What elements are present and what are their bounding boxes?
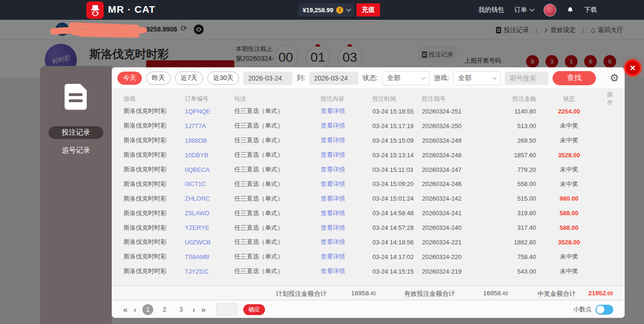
cell-period: 20260324-251 <box>422 108 484 115</box>
filter-today[interactable]: 今天 <box>117 72 142 85</box>
date-to-input[interactable] <box>309 72 358 85</box>
filter-last7days[interactable]: 近7天 <box>175 72 203 85</box>
filter-last30days[interactable]: 近30天 <box>207 72 239 85</box>
cell-detail-link[interactable]: 查看详情 <box>321 224 372 232</box>
cell-detail-link[interactable]: 查看详情 <box>321 136 372 145</box>
cell-game: 斯洛伐克时时彩 <box>124 151 185 159</box>
search-button[interactable]: 查找 <box>553 71 596 85</box>
cell-play: 任三直选（单式） <box>234 267 321 275</box>
records-document-icon <box>65 84 87 110</box>
cell-play: 任三直选（单式） <box>234 107 321 115</box>
cell-game: 斯洛伐克时时彩 <box>124 136 185 145</box>
next-page-button[interactable]: › <box>192 306 195 314</box>
nav-orders[interactable]: 订单 <box>514 6 533 14</box>
cell-detail-link[interactable]: 查看详情 <box>321 151 372 159</box>
last-page-button[interactable]: » <box>201 306 206 314</box>
cell-amount: 1140.80 <box>484 108 536 115</box>
cell-play: 任三直选（单式） <box>234 122 321 130</box>
page-jump-input[interactable] <box>216 303 237 316</box>
page-number-1[interactable]: 1 <box>142 304 153 315</box>
cell-detail-link[interactable]: 查看详情 <box>321 252 372 261</box>
cell-amount: 515.00 <box>484 195 536 202</box>
cell-detail-link[interactable]: 查看详情 <box>321 122 372 130</box>
col-time: 投注时间 <box>372 95 422 103</box>
table-body: 斯洛伐克时时彩1QPNQE任三直选（单式）查看详情03-24 15:18:552… <box>112 104 625 279</box>
cell-amount: 758.40 <box>484 253 536 260</box>
cell-period: 20260324-247 <box>422 166 484 173</box>
bet-records-modal: 今天 昨天 近7天 近30天 到: 状态: 全部 游戏: 全部 查找 ⚙ 游戏 … <box>112 67 625 318</box>
col-period: 投注期号 <box>422 95 484 103</box>
period-search-input[interactable] <box>505 72 548 85</box>
sidebar-item-chase-records[interactable]: 追号记录 <box>49 144 103 157</box>
cell-time: 03-24 14:17:02 <box>372 253 422 260</box>
cell-play: 任三直选（单式） <box>234 180 321 188</box>
cell-amount: 779.20 <box>484 166 536 173</box>
gear-icon[interactable]: ⚙ <box>610 73 619 83</box>
cell-time: 03-24 15:17:18 <box>372 122 422 130</box>
table-row: 斯洛伐克时时彩0QBECA任三直选（单式）查看详情03-24 15:11:032… <box>112 162 625 177</box>
coin-icon: ¥ <box>336 7 343 14</box>
brand-logo-icon[interactable] <box>86 1 104 19</box>
cell-detail-link[interactable]: 查看详情 <box>321 165 372 174</box>
date-from-input[interactable] <box>243 72 292 85</box>
cell-detail-link[interactable]: 查看详情 <box>321 194 372 203</box>
cell-time: 03-24 15:18:55 <box>372 108 422 115</box>
prev-page-button[interactable]: ‹ <box>133 306 136 314</box>
cell-detail-link[interactable]: 查看详情 <box>321 180 372 188</box>
cell-order-link[interactable]: 0QBECA <box>185 166 234 173</box>
planned-total-label: 计划投注金额合计 <box>276 290 327 298</box>
cell-play: 任三直选（单式） <box>234 194 321 203</box>
cell-detail-link[interactable]: 查看详情 <box>321 107 372 115</box>
cell-period: 20260324-220 <box>422 253 484 260</box>
cell-order-link[interactable]: U0ZWCB <box>185 239 234 246</box>
cell-order-link[interactable]: Z5LAWD <box>185 210 234 217</box>
cell-order-link[interactable]: 10DBYB <box>185 152 234 159</box>
cell-order-link[interactable]: TJYZGC <box>185 268 234 275</box>
cell-play: 任三直选（单式） <box>234 165 321 174</box>
game-select[interactable]: 全部 <box>453 71 501 85</box>
cell-period: 20260324-242 <box>422 195 484 202</box>
bell-icon[interactable] <box>567 7 574 14</box>
cell-period: 20260324-249 <box>422 137 484 144</box>
sidebar-item-bet-records[interactable]: 投注记录 <box>49 126 103 139</box>
cat-hat-icon <box>89 4 101 16</box>
cell-detail-link[interactable]: 查看详情 <box>321 209 372 218</box>
decimal-toggle[interactable] <box>595 305 613 315</box>
cell-order-link[interactable]: YZERYE <box>185 224 234 231</box>
valid-total-value: 16958.40 <box>465 290 508 297</box>
cell-game: 斯洛伐克时时彩 <box>124 165 185 174</box>
cell-amount: 513.00 <box>484 122 536 130</box>
cell-order-link[interactable]: 1J7T7A <box>185 122 234 130</box>
cell-order-link[interactable]: TS8AMB <box>185 253 234 260</box>
filter-yesterday[interactable]: 昨天 <box>146 72 171 85</box>
screen: MR · CAT ¥19,258.99 ¥ 充值 我的钱包 订单 下载 ¥ 19… <box>0 0 644 324</box>
cell-order-link[interactable]: 1988DB <box>185 137 234 144</box>
page-number-2[interactable]: 2 <box>159 306 170 313</box>
totals-row: 计划投注金额合计 16958.40 有效投注金额合计 16958.40 中奖金额… <box>112 286 625 300</box>
user-avatar[interactable] <box>544 4 556 16</box>
cell-order-link[interactable]: 0ICT1C <box>185 180 234 187</box>
page-number-3[interactable]: 3 <box>176 306 186 313</box>
win-total-value: 21952.00 <box>570 290 613 297</box>
cell-status: 未中奖 <box>536 136 602 145</box>
cell-game: 斯洛伐克时时彩 <box>124 209 185 218</box>
table-row: 斯洛伐克时时彩U0ZWCB任三直选（单式）查看详情03-24 14:18:562… <box>112 235 625 250</box>
game-label: 游戏: <box>434 74 449 82</box>
pagination-bar: « ‹ 123 › » 确定 小数点 <box>112 301 625 318</box>
recharge-button[interactable]: 充值 <box>356 3 380 16</box>
cell-detail-link[interactable]: 查看详情 <box>321 238 372 246</box>
close-button[interactable]: × <box>624 59 641 76</box>
nav-my-wallet[interactable]: 我的钱包 <box>479 6 504 14</box>
page-confirm-button[interactable]: 确定 <box>243 304 265 315</box>
wallet-balance-dropdown[interactable]: ¥19,258.99 ¥ <box>298 3 354 16</box>
toggle-knob <box>596 306 604 314</box>
cell-detail-link[interactable]: 查看详情 <box>321 267 372 275</box>
cell-order-link[interactable]: ZHLORC <box>185 195 234 202</box>
col-status: 状态 <box>536 95 602 103</box>
status-select[interactable]: 全部 <box>382 71 429 85</box>
cell-game: 斯洛伐克时时彩 <box>124 224 185 232</box>
cell-order-link[interactable]: 1QPNQE <box>185 108 234 115</box>
first-page-button[interactable]: « <box>123 306 127 314</box>
page-numbers: 123 <box>142 304 186 315</box>
nav-download[interactable]: 下载 <box>584 6 597 14</box>
